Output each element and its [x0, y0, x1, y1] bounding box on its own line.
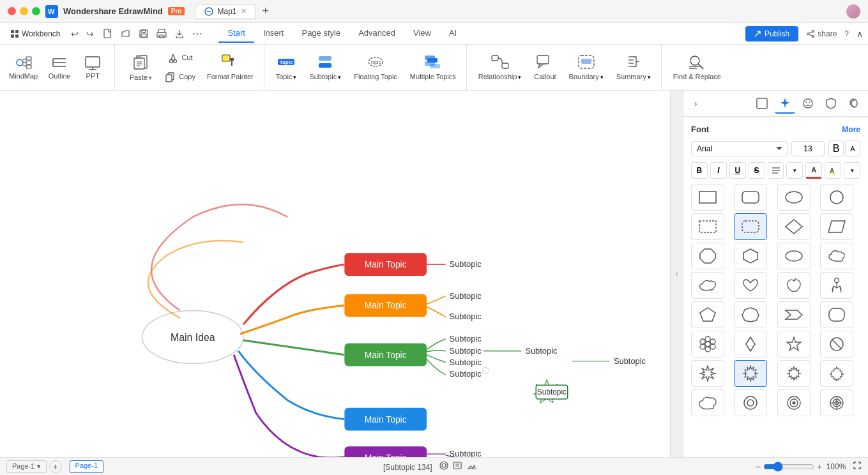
subtopic-3-2-1[interactable]: Subtopic — [525, 346, 558, 356]
shape-burst2[interactable] — [734, 360, 767, 387]
shape-diamond2[interactable] — [734, 331, 767, 358]
boundary-button[interactable]: Boundary ▾ — [563, 49, 610, 87]
strikethrough-button[interactable]: S — [749, 162, 765, 179]
map-tab[interactable]: Map1 ✕ — [195, 4, 255, 19]
shape-rect-rounded[interactable] — [734, 184, 767, 211]
topic-button[interactable]: Topic Topic ▾ — [270, 49, 303, 87]
shape-target2[interactable] — [820, 389, 853, 416]
shape-circle[interactable] — [820, 184, 853, 211]
shape-ellipse[interactable] — [777, 184, 811, 211]
canvas[interactable]: Main Idea Main Topic Subtopic Main Topic… — [0, 91, 670, 457]
shape-strikethrough-circle[interactable] — [820, 331, 853, 358]
subtopic-3-1[interactable]: Subtopic — [450, 334, 482, 343]
shape-cloud3[interactable] — [691, 389, 724, 416]
shape-flower[interactable] — [691, 331, 724, 358]
redo-button[interactable]: ↪ — [83, 27, 97, 40]
shape-diamond[interactable] — [777, 213, 811, 240]
open-file-icon[interactable] — [118, 26, 134, 42]
outline-button[interactable]: Outline — [43, 49, 76, 87]
font-size-increase[interactable]: B — [828, 140, 844, 157]
shape-cloud2[interactable] — [691, 272, 724, 299]
shape-parallelogram[interactable] — [820, 213, 853, 240]
collapse-ribbon-button[interactable]: ∧ — [857, 29, 863, 39]
close-button[interactable] — [8, 7, 16, 15]
add-tab-button[interactable]: + — [259, 4, 273, 18]
save-icon[interactable] — [135, 26, 152, 42]
subtopic-3-2[interactable]: Subtopic — [450, 346, 482, 356]
align-button[interactable] — [768, 162, 784, 179]
subtopic-3-3[interactable]: Subtopic — [450, 358, 482, 367]
menu-tab-ai[interactable]: AI — [440, 24, 466, 43]
mindmap-button[interactable]: MindMap — [4, 49, 43, 87]
zoom-in-button[interactable]: + — [817, 462, 822, 472]
multiple-topics-button[interactable]: Multiple Topics — [404, 49, 462, 87]
more-actions-icon[interactable]: ⋯ — [189, 26, 206, 42]
floating-topic-button[interactable]: Topic Floating Topic — [347, 49, 404, 87]
shape-burst3[interactable] — [777, 360, 811, 387]
color-picker-button[interactable]: ▾ — [844, 162, 860, 179]
status-page-btn[interactable]: Page-1 ▾ — [6, 460, 47, 473]
subtopic-selected[interactable]: Subtopic — [534, 380, 567, 403]
bold-button[interactable]: B — [691, 162, 708, 179]
fit-screen-button[interactable] — [853, 461, 862, 472]
font-size-input[interactable] — [791, 141, 825, 156]
font-family-select[interactable]: Arial Helvetica Times New Roman — [691, 141, 788, 156]
workbench-button[interactable]: Workbench — [5, 27, 65, 41]
cut-button[interactable]: Cut — [160, 50, 201, 66]
menu-tab-advanced[interactable]: Advanced — [349, 24, 404, 43]
shape-burst[interactable] — [691, 360, 724, 387]
ppt-button[interactable]: PPT — [76, 49, 109, 87]
panel-collapse-left[interactable]: › — [687, 95, 704, 112]
menu-tab-start[interactable]: Start — [218, 24, 254, 43]
maximize-button[interactable] — [32, 7, 40, 15]
publish-button[interactable]: Publish — [745, 26, 798, 41]
add-page-button[interactable]: + — [49, 460, 62, 473]
subtopic-button[interactable]: Subtopic ▾ — [303, 49, 347, 87]
shape-oval[interactable] — [777, 243, 811, 269]
italic-button[interactable]: I — [710, 162, 727, 179]
subtopic-2-1[interactable]: Subtopic — [450, 291, 482, 301]
subtopic-3-4[interactable]: Subtopic — [450, 369, 482, 379]
export-icon[interactable] — [171, 26, 188, 42]
format-painter-button[interactable]: Format Painter — [201, 49, 260, 87]
relationship-button[interactable]: Relationship ▾ — [472, 49, 528, 87]
subtopic-1-1[interactable]: Subtopic — [450, 259, 482, 269]
callout-button[interactable]: Callout — [528, 49, 562, 87]
shape-target[interactable] — [777, 389, 811, 416]
menu-tab-view[interactable]: View — [404, 24, 440, 43]
shape-heart[interactable] — [734, 272, 767, 299]
mindmap-canvas[interactable]: Main Idea Main Topic Subtopic Main Topic… — [0, 91, 670, 457]
shape-cloud[interactable] — [820, 243, 853, 269]
shape-chevron[interactable] — [777, 301, 811, 328]
paste-button[interactable]: Paste ▾ — [121, 49, 160, 87]
shape-heptagon[interactable] — [734, 301, 767, 328]
font-size-decrease[interactable]: A — [845, 140, 860, 157]
zoom-slider[interactable] — [763, 462, 814, 472]
print-icon[interactable] — [153, 26, 170, 42]
shape-pentagon[interactable] — [691, 301, 724, 328]
minimize-button[interactable] — [20, 7, 28, 15]
subtopic-5-1[interactable]: Subtopic — [450, 449, 482, 457]
panel-tab-emoji[interactable] — [798, 93, 818, 114]
find-replace-button[interactable]: Find & Replace — [667, 49, 727, 87]
shape-burst4[interactable] — [820, 360, 853, 387]
subtopic-3-ext[interactable]: Subtopic — [614, 356, 646, 366]
undo-button[interactable]: ↩ — [68, 27, 82, 40]
panel-tab-shield[interactable] — [821, 93, 841, 114]
underline-button[interactable]: U — [729, 162, 746, 179]
menu-tab-insert[interactable]: Insert — [254, 24, 293, 43]
help-button[interactable]: ? — [844, 29, 849, 38]
panel-tab-magic[interactable] — [775, 93, 795, 114]
shape-octagon[interactable] — [691, 243, 724, 269]
shape-human[interactable] — [820, 272, 853, 299]
menu-tab-page-style[interactable]: Page style — [293, 24, 349, 43]
subtopic-2-2[interactable]: Subtopic — [450, 312, 482, 321]
new-file-icon[interactable] — [100, 26, 116, 42]
zoom-out-button[interactable]: − — [756, 462, 761, 472]
shape-star[interactable] — [777, 331, 811, 358]
active-page-tab[interactable]: Page-1 — [70, 460, 103, 473]
shape-rect-rounded-dashed[interactable] — [734, 213, 767, 240]
summary-button[interactable]: Summary ▾ — [610, 49, 657, 87]
share-button[interactable]: share — [806, 29, 837, 38]
shape-apple[interactable] — [777, 272, 811, 299]
